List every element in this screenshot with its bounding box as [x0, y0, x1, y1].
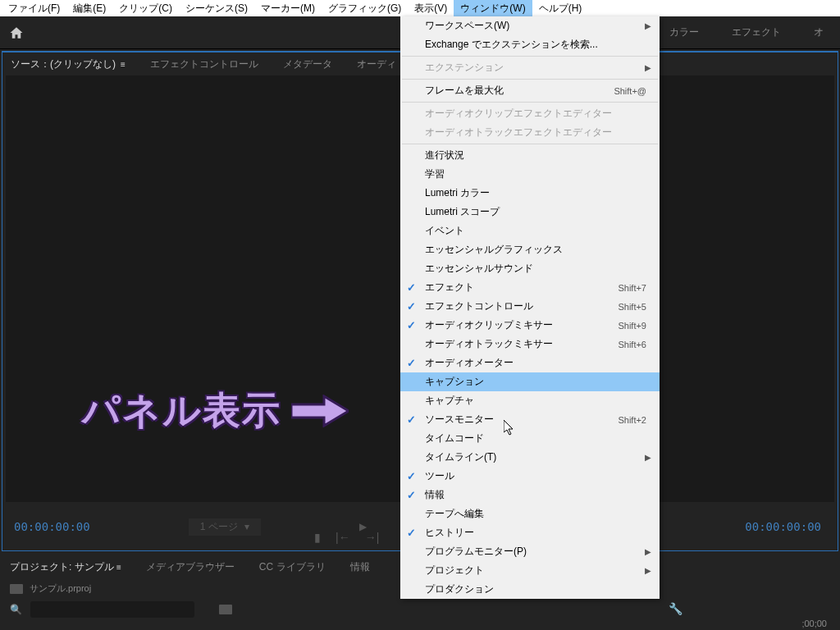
- menu-item[interactable]: ✓ツール: [400, 467, 660, 486]
- window-menu-dropdown: ワークスペース(W)▶Exchange でエクステンションを検索...エクステン…: [400, 16, 660, 599]
- menu-item-label: キャプチャ: [425, 394, 474, 408]
- tab-project[interactable]: プロジェクト: サンプル ≡: [10, 560, 121, 574]
- menu-item[interactable]: ✓エフェクトコントロールShift+5: [400, 297, 660, 316]
- timecode-out[interactable]: 00:00:00:00: [745, 520, 821, 533]
- tab-effect-controls[interactable]: エフェクトコントロール: [150, 57, 258, 71]
- menu-window[interactable]: ウィンドウ(W): [454, 0, 532, 17]
- menu-item-label: タイムライン(T): [425, 450, 496, 464]
- menu-item[interactable]: プロジェクト▶: [400, 561, 660, 580]
- menu-item[interactable]: プロダクション: [400, 580, 660, 599]
- menu-separator: [402, 56, 658, 57]
- menu-edit[interactable]: 編集(E): [66, 0, 112, 17]
- menu-item[interactable]: フレームを最大化Shift+@: [400, 81, 660, 100]
- timeline-ruler-tick: ;00;00: [801, 619, 827, 628]
- menu-item[interactable]: キャプチャ: [400, 391, 660, 410]
- menu-item-label: エクステンション: [425, 61, 504, 75]
- menu-marker[interactable]: マーカー(M): [254, 0, 322, 17]
- menu-item[interactable]: ✓ヒストリー: [400, 523, 660, 542]
- menu-item[interactable]: Lumetri スコープ: [400, 203, 660, 221]
- menu-item-label: テープへ編集: [425, 507, 484, 521]
- menu-item[interactable]: ✓ソースモニターShift+2: [400, 410, 660, 429]
- workspace-tab-color[interactable]: カラー: [669, 25, 699, 39]
- menu-item-label: ソースモニター: [425, 413, 494, 427]
- menu-shortcut: Shift+@: [614, 86, 651, 96]
- menu-item[interactable]: ✓情報: [400, 486, 660, 504]
- tab-source[interactable]: ソース：(クリップなし) ≡: [11, 57, 126, 71]
- menu-view[interactable]: 表示(V): [408, 0, 454, 17]
- submenu-arrow-icon: ▶: [645, 453, 651, 462]
- menu-separator: [402, 144, 658, 144]
- menu-item-label: オーディオクリップエフェクトエディター: [425, 107, 612, 121]
- bin-icon[interactable]: [219, 605, 232, 614]
- submenu-arrow-icon: ▶: [645, 566, 651, 575]
- menu-item[interactable]: エッセンシャルサウンド: [400, 259, 660, 278]
- menu-shortcut: Shift+7: [618, 283, 651, 293]
- menu-item-label: 情報: [425, 488, 445, 502]
- menu-item-label: オーディオトラックミキサー: [425, 337, 553, 351]
- menu-item-label: ワークスペース(W): [425, 19, 509, 33]
- search-icon: 🔍: [10, 604, 22, 615]
- menu-item[interactable]: タイムライン(T)▶: [400, 448, 660, 467]
- project-panel: プロジェクト: サンプル ≡ メディアブラウザー CC ライブラリ 情報 サンプ…: [2, 553, 404, 621]
- menu-item-label: プロダクション: [425, 582, 494, 596]
- menu-item[interactable]: キャプション: [400, 372, 660, 391]
- menu-item[interactable]: オーディオトラックミキサーShift+6: [400, 335, 660, 354]
- menu-item[interactable]: ワークスペース(W)▶: [400, 16, 660, 35]
- menu-item-label: オーディオクリップミキサー: [425, 318, 553, 332]
- menu-item-label: Exchange でエクステンションを検索...: [425, 38, 598, 52]
- workspace-tab-audio[interactable]: オ: [814, 25, 824, 39]
- marker-icon[interactable]: ▮: [314, 531, 321, 544]
- menu-item-label: ヒストリー: [425, 526, 474, 540]
- tab-audio[interactable]: オーディ: [357, 57, 396, 71]
- project-file-row: サンプル.prproj: [10, 582, 395, 595]
- menu-item[interactable]: テープへ編集: [400, 504, 660, 523]
- panel-menu-icon[interactable]: ≡: [121, 60, 126, 69]
- menu-sequence[interactable]: シーケンス(S): [179, 0, 254, 17]
- tab-info[interactable]: 情報: [350, 560, 370, 574]
- menu-item[interactable]: Exchange でエクステンションを検索...: [400, 35, 660, 54]
- wrench-icon[interactable]: 🔧: [669, 602, 682, 615]
- timecode-in[interactable]: 00:00:00:00: [14, 520, 90, 533]
- menu-item-label: エッセンシャルグラフィックス: [425, 243, 563, 257]
- menu-item[interactable]: 学習: [400, 165, 660, 184]
- check-icon: ✓: [407, 489, 416, 501]
- search-input[interactable]: [30, 601, 194, 618]
- submenu-arrow-icon: ▶: [645, 63, 651, 72]
- menu-item[interactable]: プログラムモニター(P)▶: [400, 542, 660, 561]
- check-icon: ✓: [407, 281, 416, 294]
- menu-item-label: 進行状況: [425, 148, 464, 162]
- panel-menu-icon[interactable]: ≡: [116, 563, 121, 572]
- menu-item-label: オーディオメーター: [425, 356, 514, 370]
- menu-item-label: フレームを最大化: [425, 84, 504, 98]
- home-icon[interactable]: [8, 25, 25, 40]
- menu-item-label: タイムコード: [425, 431, 484, 445]
- check-icon: ✓: [407, 319, 416, 331]
- menu-item[interactable]: タイムコード: [400, 429, 660, 448]
- menu-item[interactable]: エッセンシャルグラフィックス: [400, 240, 660, 259]
- menu-file[interactable]: ファイル(F): [2, 0, 66, 17]
- tab-cc-libraries[interactable]: CC ライブラリ: [259, 560, 326, 574]
- in-point-icon[interactable]: |←: [336, 531, 350, 544]
- menu-item[interactable]: イベント: [400, 221, 660, 240]
- menu-shortcut: Shift+2: [618, 415, 651, 425]
- tab-source-label: ソース：(クリップなし): [11, 57, 116, 71]
- menu-item-label: エフェクトコントロール: [425, 299, 533, 313]
- tab-media-browser[interactable]: メディアブラウザー: [146, 560, 235, 574]
- menu-item[interactable]: Lumetri カラー: [400, 184, 660, 203]
- menu-item[interactable]: ✓エフェクトShift+7: [400, 278, 660, 297]
- menu-item[interactable]: ✓オーディオメーター: [400, 354, 660, 372]
- menu-item[interactable]: ✓オーディオクリップミキサーShift+9: [400, 316, 660, 335]
- tab-metadata[interactable]: メタデータ: [283, 57, 332, 71]
- menu-help[interactable]: ヘルプ(H): [532, 0, 589, 17]
- menu-graphics[interactable]: グラフィック(G): [322, 0, 408, 17]
- menu-item: オーディオトラックエフェクトエディター: [400, 123, 660, 142]
- menu-item-label: 学習: [425, 167, 445, 181]
- check-icon: ✓: [407, 527, 416, 539]
- out-point-icon[interactable]: →|: [365, 531, 380, 544]
- menu-clip[interactable]: クリップ(C): [112, 0, 179, 17]
- workspace-tab-effects[interactable]: エフェクト: [732, 25, 781, 39]
- menu-item[interactable]: 進行状況: [400, 146, 660, 165]
- menu-item-label: エフェクト: [425, 281, 474, 294]
- page-control[interactable]: 1 ページ ▾: [189, 518, 261, 536]
- menu-shortcut: Shift+9: [618, 321, 651, 331]
